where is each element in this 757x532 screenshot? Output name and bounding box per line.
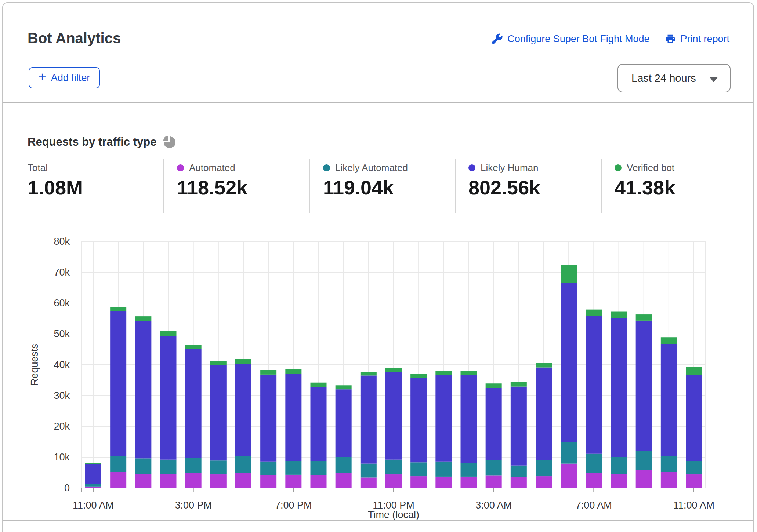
bar-segment: [486, 475, 502, 488]
bar-12-00-am-13[interactable]: [410, 374, 427, 488]
bar-11-00-pm-12[interactable]: [385, 368, 402, 488]
bar-segment: [210, 474, 227, 488]
section-title-row: Requests by traffic type: [28, 135, 176, 149]
svg-text:20k: 20k: [54, 421, 70, 432]
bar-12-00-pm-1[interactable]: [110, 307, 126, 488]
bar-segment: [435, 371, 452, 375]
bar-4-00-am-17[interactable]: [511, 382, 527, 488]
bar-segment: [85, 487, 101, 488]
svg-text:50k: 50k: [54, 328, 70, 339]
bar-segment: [260, 370, 276, 375]
bar-segment: [361, 372, 377, 375]
bar-segment: [511, 477, 527, 488]
stat-value: 119.04k: [323, 177, 408, 198]
page-title: Bot Analytics: [28, 30, 121, 47]
svg-text:11:00 AM: 11:00 AM: [673, 500, 714, 511]
bar-segment: [636, 470, 652, 488]
bar-segment: [135, 458, 151, 474]
time-range-value: Last 24 hours: [631, 72, 696, 84]
bar-segment: [160, 474, 177, 488]
bar-segment: [210, 365, 227, 461]
stat-label: Likely Human: [468, 163, 540, 172]
bar-11-00-am-0[interactable]: [85, 463, 101, 488]
header-divider: [3, 102, 753, 103]
bar-segment: [611, 312, 627, 318]
bar-segment: [561, 265, 577, 283]
bar-segment: [536, 476, 552, 488]
bar-8-00-am-21[interactable]: [611, 312, 627, 488]
bar-segment: [385, 474, 402, 488]
bar-5-00-pm-6[interactable]: [235, 359, 251, 488]
svg-text:30k: 30k: [54, 390, 70, 401]
wrench-icon: [491, 33, 503, 45]
print-report-link[interactable]: Print report: [665, 33, 729, 45]
bot-analytics-card: Bot Analytics Configure Super Bot Fight …: [2, 2, 754, 532]
section-divider: [3, 520, 753, 521]
bar-segment: [435, 462, 452, 477]
bar-segment: [336, 457, 352, 473]
bar-1-00-am-14[interactable]: [435, 371, 452, 488]
bar-2-00-am-15[interactable]: [461, 371, 477, 488]
bar-segment: [586, 316, 602, 453]
bar-segment: [185, 473, 202, 488]
bar-segment: [561, 442, 577, 464]
bar-segment: [311, 461, 327, 475]
bar-segment: [361, 477, 377, 488]
bar-segment: [385, 372, 402, 459]
legend-dot: [468, 164, 475, 171]
bar-10-00-pm-11[interactable]: [361, 372, 377, 488]
stat-divider: [163, 159, 164, 213]
bar-2-00-pm-3[interactable]: [160, 331, 177, 488]
stat-value: 118.52k: [177, 177, 247, 198]
configure-super-bot-fight-mode-link[interactable]: Configure Super Bot Fight Mode: [491, 33, 649, 45]
stat-label: Automated: [177, 163, 247, 172]
bar-3-00-pm-4[interactable]: [185, 345, 202, 488]
bar-7-00-am-20[interactable]: [586, 310, 602, 488]
bar-segment: [135, 474, 151, 488]
svg-text:11:00 AM: 11:00 AM: [73, 500, 114, 511]
bar-segment: [561, 464, 577, 488]
stat-value: 41.38k: [615, 177, 675, 198]
bar-segment: [511, 466, 527, 477]
bar-segment: [110, 307, 126, 311]
bar-7-00-pm-8[interactable]: [285, 369, 301, 488]
bar-4-00-pm-5[interactable]: [210, 361, 227, 488]
svg-text:10k: 10k: [54, 452, 70, 463]
stat-likely-human: Likely Human802.56k: [468, 163, 540, 198]
chevron-down-icon: [709, 77, 718, 82]
bar-segment: [311, 387, 327, 461]
printer-icon: [665, 33, 676, 44]
bar-3-00-am-16[interactable]: [486, 383, 502, 488]
bar-1-00-pm-2[interactable]: [135, 316, 151, 488]
bar-6-00-am-19[interactable]: [561, 265, 577, 488]
bar-segment: [285, 475, 301, 488]
stat-label: Verified bot: [615, 163, 675, 172]
bar-8-00-pm-9[interactable]: [311, 383, 327, 488]
bar-segment: [361, 375, 377, 463]
bar-segment: [611, 474, 627, 488]
bar-segment: [435, 375, 452, 462]
svg-text:3:00 PM: 3:00 PM: [175, 500, 212, 511]
bar-segment: [160, 336, 177, 460]
bar-9-00-pm-10[interactable]: [336, 385, 352, 488]
bar-9-00-am-22[interactable]: [636, 314, 652, 488]
bar-segment: [235, 359, 251, 364]
bar-6-00-pm-7[interactable]: [260, 370, 276, 488]
bar-segment: [536, 460, 552, 476]
add-filter-label: Add filter: [51, 72, 90, 84]
legend-dot: [323, 164, 330, 171]
bar-segment: [285, 369, 301, 374]
bar-segment: [461, 477, 477, 488]
bar-segment: [160, 331, 177, 336]
bar-segment: [260, 462, 276, 475]
bar-11-00-am-24[interactable]: [686, 367, 702, 488]
bar-5-00-am-18[interactable]: [536, 363, 552, 488]
bar-segment: [235, 364, 251, 456]
time-range-select[interactable]: Last 24 hours: [617, 64, 731, 92]
bar-segment: [185, 345, 202, 349]
add-filter-button[interactable]: + Add filter: [29, 67, 100, 88]
bar-segment: [260, 475, 276, 488]
header-links: Configure Super Bot Fight Mode Print rep…: [491, 33, 729, 45]
svg-text:60k: 60k: [54, 298, 70, 309]
bar-10-00-am-23[interactable]: [661, 337, 677, 488]
